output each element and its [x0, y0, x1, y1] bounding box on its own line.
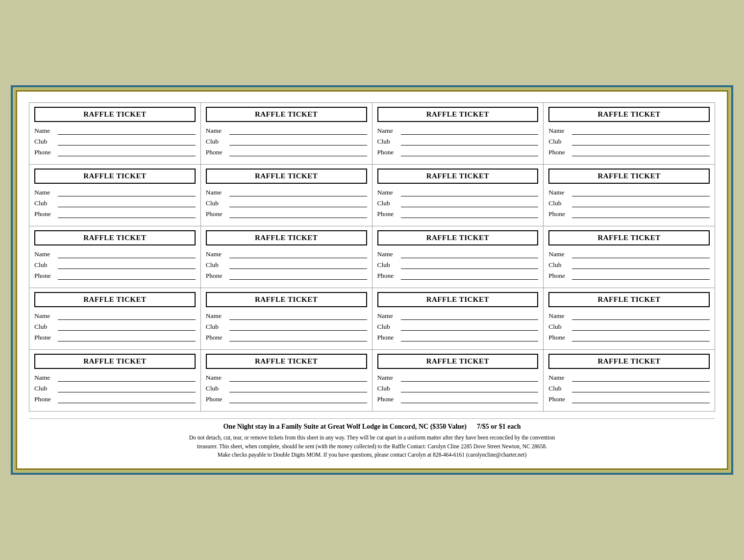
field-line-name	[229, 189, 367, 196]
field-label-phone: Phone	[548, 148, 571, 156]
ticket-10-field-club: Club	[206, 261, 367, 269]
ticket-1-field-club: Club	[34, 138, 196, 146]
field-label-phone: Phone	[377, 148, 400, 156]
field-label-phone: Phone	[206, 395, 228, 403]
ticket-17: RAFFLE TICKETNameClubPhone	[29, 350, 201, 412]
field-line-name	[572, 374, 710, 382]
field-line-phone	[58, 272, 196, 280]
field-label-club: Club	[377, 199, 400, 207]
field-line-name	[572, 127, 710, 135]
footer-disclaimer: Do not detach, cut, tear, or remove tick…	[29, 434, 715, 460]
field-line-phone	[229, 395, 367, 403]
ticket-16-field-club: Club	[548, 323, 710, 331]
ticket-11-field-name: Name	[377, 250, 539, 258]
ticket-14: RAFFLE TICKETNameClubPhone	[201, 288, 372, 350]
field-line-phone	[401, 395, 539, 403]
field-label-phone: Phone	[548, 395, 571, 403]
field-line-phone	[229, 148, 367, 156]
outer-border: RAFFLE TICKETNameClubPhoneRAFFLE TICKETN…	[11, 85, 733, 475]
ticket-10-field-name: Name	[206, 250, 367, 258]
ticket-12-field-name: Name	[548, 250, 710, 258]
inner-border: RAFFLE TICKETNameClubPhoneRAFFLE TICKETN…	[16, 90, 728, 470]
ticket-19-field-name: Name	[377, 374, 539, 382]
ticket-7: RAFFLE TICKETNameClubPhone	[372, 165, 544, 226]
field-label-name: Name	[206, 189, 228, 196]
field-line-club	[572, 261, 710, 269]
ticket-header-1: RAFFLE TICKET	[34, 107, 196, 122]
field-line-club	[401, 138, 539, 146]
ticket-7-field-name: Name	[377, 189, 539, 196]
ticket-6-field-name: Name	[206, 189, 367, 196]
field-line-club	[401, 199, 539, 207]
ticket-header-11: RAFFLE TICKET	[377, 230, 539, 245]
field-label-club: Club	[548, 323, 571, 331]
field-label-name: Name	[34, 312, 57, 320]
field-label-name: Name	[206, 374, 228, 382]
ticket-4-field-phone: Phone	[548, 148, 710, 156]
field-line-phone	[572, 148, 710, 156]
field-label-name: Name	[377, 127, 400, 135]
field-label-name: Name	[548, 189, 571, 196]
field-label-name: Name	[34, 374, 57, 382]
ticket-header-20: RAFFLE TICKET	[548, 354, 710, 369]
field-line-phone	[229, 210, 367, 218]
field-line-club	[58, 199, 196, 207]
ticket-2-field-club: Club	[206, 138, 367, 146]
field-label-club: Club	[206, 138, 228, 146]
field-label-phone: Phone	[548, 334, 571, 341]
ticket-13-field-name: Name	[34, 312, 196, 320]
field-label-phone: Phone	[34, 395, 57, 403]
ticket-3-field-club: Club	[377, 138, 539, 146]
ticket-1-field-name: Name	[34, 127, 196, 135]
field-label-club: Club	[377, 138, 400, 146]
field-label-phone: Phone	[34, 148, 57, 156]
ticket-7-field-club: Club	[377, 199, 539, 207]
field-line-name	[401, 312, 539, 320]
field-line-club	[401, 261, 539, 269]
field-label-club: Club	[206, 323, 228, 331]
field-line-name	[58, 312, 196, 320]
tickets-grid: RAFFLE TICKETNameClubPhoneRAFFLE TICKETN…	[29, 102, 715, 412]
field-label-phone: Phone	[206, 210, 228, 218]
field-label-name: Name	[34, 250, 57, 258]
field-label-name: Name	[377, 189, 400, 196]
field-line-name	[401, 374, 539, 382]
field-label-name: Name	[548, 312, 571, 320]
field-line-name	[401, 189, 539, 196]
ticket-10-field-phone: Phone	[206, 272, 367, 280]
field-label-club: Club	[548, 138, 571, 146]
ticket-19-field-club: Club	[377, 385, 539, 392]
ticket-16: RAFFLE TICKETNameClubPhone	[544, 288, 715, 350]
field-label-phone: Phone	[34, 272, 57, 280]
ticket-header-18: RAFFLE TICKET	[206, 354, 367, 369]
field-line-phone	[572, 272, 710, 280]
ticket-2-field-phone: Phone	[206, 148, 367, 156]
ticket-header-4: RAFFLE TICKET	[548, 107, 710, 122]
ticket-header-17: RAFFLE TICKET	[34, 354, 196, 369]
field-line-club	[229, 138, 367, 146]
ticket-1: RAFFLE TICKETNameClubPhone	[29, 103, 201, 165]
ticket-8-field-phone: Phone	[548, 210, 710, 218]
ticket-8: RAFFLE TICKETNameClubPhone	[544, 165, 715, 226]
ticket-15-field-club: Club	[377, 323, 539, 331]
ticket-19-field-phone: Phone	[377, 395, 539, 403]
field-label-phone: Phone	[548, 272, 571, 280]
field-line-phone	[229, 334, 367, 341]
field-label-club: Club	[206, 261, 228, 269]
ticket-6-field-phone: Phone	[206, 210, 367, 218]
field-line-phone	[572, 210, 710, 218]
ticket-18-field-phone: Phone	[206, 395, 367, 403]
footer-section: One Night stay in a Family Suite at Grea…	[29, 418, 715, 460]
disclaimer-line3: Make checks payable to Double Digits MOM…	[218, 452, 526, 458]
ticket-9-field-name: Name	[34, 250, 196, 258]
field-label-name: Name	[206, 250, 228, 258]
field-line-club	[401, 385, 539, 392]
ticket-header-2: RAFFLE TICKET	[206, 107, 367, 122]
field-line-club	[572, 138, 710, 146]
field-line-club	[572, 199, 710, 207]
field-label-phone: Phone	[548, 210, 571, 218]
field-line-name	[58, 374, 196, 382]
field-label-phone: Phone	[34, 334, 57, 341]
field-line-phone	[401, 334, 539, 341]
ticket-header-8: RAFFLE TICKET	[548, 169, 710, 184]
